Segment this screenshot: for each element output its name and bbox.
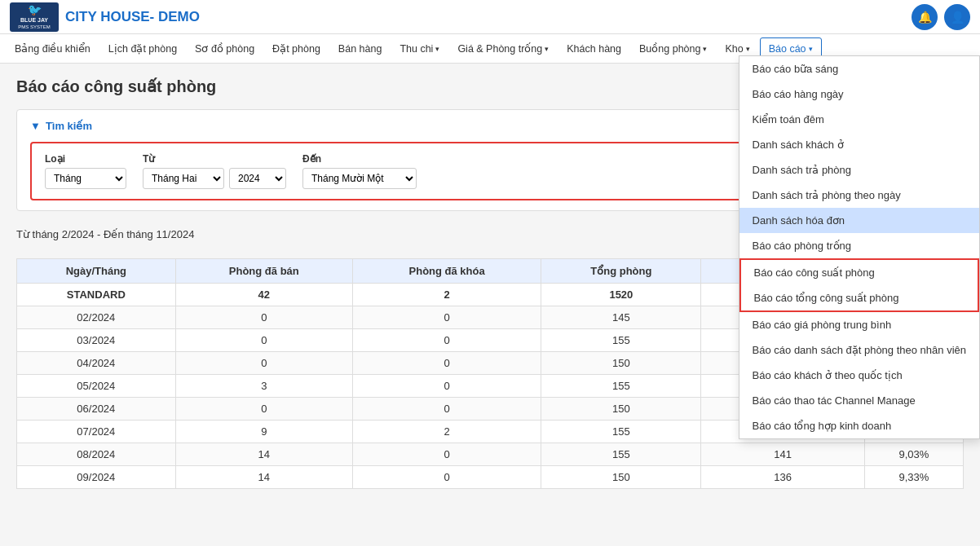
table-row-sold: 3 [175, 375, 352, 398]
col-header-total: Tổng phòng [541, 259, 701, 284]
header: 🐦 BLUE JAY PMS SYSTEM CITY HOUSE- DEMO 🔔… [0, 0, 980, 34]
bao-cao-hang-ngay-item[interactable]: Báo cáo hàng ngày [739, 81, 979, 107]
table-row-locked: 0 [352, 466, 541, 489]
nav-khach-hang[interactable]: Khách hàng [558, 38, 629, 59]
nav-ban-hang[interactable]: Bán hàng [330, 38, 391, 59]
tu-label: Từ [143, 153, 286, 165]
table-row-total: 145 [541, 306, 701, 329]
logo-subtext: PMS SYSTEM [18, 24, 50, 30]
kiem-toan-dem-item[interactable]: Kiểm toán đêm [739, 107, 979, 132]
den-select[interactable]: Tháng Mười Một Tháng Mười Tháng Chín [302, 168, 417, 189]
table-row-date: STANDARD [17, 284, 176, 306]
red-border-group: Báo cáo công suất phòng Báo cáo tổng côn… [739, 258, 979, 312]
loai-select[interactable]: Tháng Ngày Năm [45, 168, 126, 189]
table-row-date: 02/2024 [17, 306, 176, 329]
table-row-sold: 42 [175, 284, 352, 306]
table-row-date: 03/2024 [17, 329, 176, 352]
bao-cao-bua-sang-item[interactable]: Báo cáo bữa sáng [739, 56, 979, 81]
bao-cao-cong-suat-phong-item[interactable]: Báo cáo công suất phòng [741, 260, 978, 285]
table-row-sold: 14 [175, 466, 352, 489]
tu-month-select[interactable]: Tháng Hai Tháng Một Tháng Ba [143, 168, 224, 189]
header-icons: 🔔 👤 [912, 4, 970, 30]
nav-thu-chi[interactable]: Thu chi ▾ [391, 38, 448, 59]
den-label: Đến [302, 153, 417, 165]
table-row-date: 05/2024 [17, 375, 176, 398]
logo-box: 🐦 BLUE JAY PMS SYSTEM [10, 2, 59, 32]
nav-lich-dat-phong[interactable]: Lịch đặt phòng [100, 37, 185, 59]
table-row-date: 07/2024 [17, 421, 176, 443]
nav-gia-phong-trong[interactable]: Giá & Phòng trống ▾ [449, 37, 557, 59]
dropdown-overlay: Báo cáo kinh doanh › Báo cáo dòng tiền ›… [739, 55, 980, 439]
table-row-locked: 0 [352, 398, 541, 421]
nav-kho-arrow: ▾ [746, 45, 750, 53]
nav-buong-phong[interactable]: Buồng phòng ▾ [631, 37, 715, 59]
table-row-total: 150 [541, 352, 701, 375]
col-header-locked: Phòng đã khóa [352, 259, 541, 284]
table-row-total: 150 [541, 398, 701, 421]
table-row-date: 09/2024 [17, 466, 176, 489]
bao-cao-khach-quoc-tich-item[interactable]: Báo cáo khách ở theo quốc tịch [739, 363, 979, 388]
table-row-locked: 0 [352, 443, 541, 466]
logo-bird-icon: 🐦 [28, 3, 42, 17]
table-row-locked: 0 [352, 352, 541, 375]
ds-hoa-don-item[interactable]: Danh sách hóa đơn [739, 208, 979, 233]
table-row-sold: 0 [175, 306, 352, 329]
table-row-pct: 9,03% [864, 443, 963, 466]
nav-dat-phong[interactable]: Đặt phòng [264, 37, 329, 59]
table-row-sold: 0 [175, 329, 352, 352]
loai-label: Loại [45, 153, 126, 165]
logo-text: BLUE JAY [20, 17, 48, 24]
nav-bao-cao-arrow: ▾ [809, 45, 813, 53]
table-row-total: 155 [541, 421, 701, 443]
notification-button[interactable]: 🔔 [912, 4, 938, 30]
table-row-empty: 136 [701, 466, 864, 489]
bao-cao-gia-phong-item[interactable]: Báo cáo giá phòng trung bình [739, 312, 979, 337]
table-row-locked: 0 [352, 375, 541, 398]
table-row-total: 150 [541, 466, 701, 489]
table-row-total: 1520 [541, 284, 701, 306]
table-row-sold: 0 [175, 398, 352, 421]
bao-cao-tong-hop-item[interactable]: Báo cáo tổng hợp kinh doanh [739, 413, 979, 438]
site-title: CITY HOUSE- DEMO [65, 9, 200, 25]
loai-group: Loại Tháng Ngày Năm [45, 153, 126, 189]
nav-so-do-phong[interactable]: Sơ đồ phòng [187, 37, 263, 59]
table-row-locked: 0 [352, 329, 541, 352]
table-row-pct: 9,33% [864, 466, 963, 489]
tu-group: Từ Tháng Hai Tháng Một Tháng Ba 2024 202… [143, 153, 286, 189]
table-row-total: 155 [541, 443, 701, 466]
ds-tra-phong-ngay-item[interactable]: Danh sách trả phòng theo ngày [739, 183, 979, 208]
ds-tra-phong-item[interactable]: Danh sách trả phòng [739, 157, 979, 183]
table-row-total: 155 [541, 375, 701, 398]
tu-year-select[interactable]: 2024 2023 [229, 168, 286, 189]
nav-bang-dieu-khien[interactable]: Bảng điều khiển [7, 37, 99, 59]
nav-thu-chi-arrow: ▾ [435, 45, 439, 53]
col-header-sold: Phòng đã bán [175, 259, 352, 284]
den-group: Đến Tháng Mười Một Tháng Mười Tháng Chín [302, 153, 417, 189]
table-row-locked: 0 [352, 306, 541, 329]
col-header-date: Ngày/Tháng [17, 259, 176, 284]
filter-icon: ▼ [30, 120, 41, 132]
user-menu-button[interactable]: 👤 [944, 4, 970, 30]
bao-cao-phong-trong-item[interactable]: Báo cáo phòng trống [739, 233, 979, 258]
nav-gia-arrow: ▾ [545, 45, 549, 53]
table-row-total: 155 [541, 329, 701, 352]
table-row-sold: 14 [175, 443, 352, 466]
table-row-sold: 9 [175, 421, 352, 443]
date-range-text: Từ tháng 2/2024 - Đến tháng 11/2024 [16, 228, 194, 240]
bao-cao-thao-tac-item[interactable]: Báo cáo thao tác Channel Manage [739, 388, 979, 413]
bao-cao-ds-dat-phong-item[interactable]: Báo cáo danh sách đặt phòng theo nhân vi… [739, 337, 979, 363]
search-label: Tìm kiếm [46, 120, 92, 132]
nav-buong-arrow: ▾ [703, 45, 707, 53]
table-row-locked: 2 [352, 421, 541, 443]
bao-cao-tong-cong-suat-phong-item[interactable]: Báo cáo tổng công suất phòng [741, 285, 978, 310]
table-row-date: 08/2024 [17, 443, 176, 466]
table-row-locked: 2 [352, 284, 541, 306]
table-row-empty: 141 [701, 443, 864, 466]
table-row-date: 04/2024 [17, 352, 176, 375]
logo-area: 🐦 BLUE JAY PMS SYSTEM CITY HOUSE- DEMO [10, 2, 200, 32]
ds-khach-o-item[interactable]: Danh sách khách ở [739, 132, 979, 157]
table-row-date: 06/2024 [17, 398, 176, 421]
table-row-sold: 0 [175, 352, 352, 375]
